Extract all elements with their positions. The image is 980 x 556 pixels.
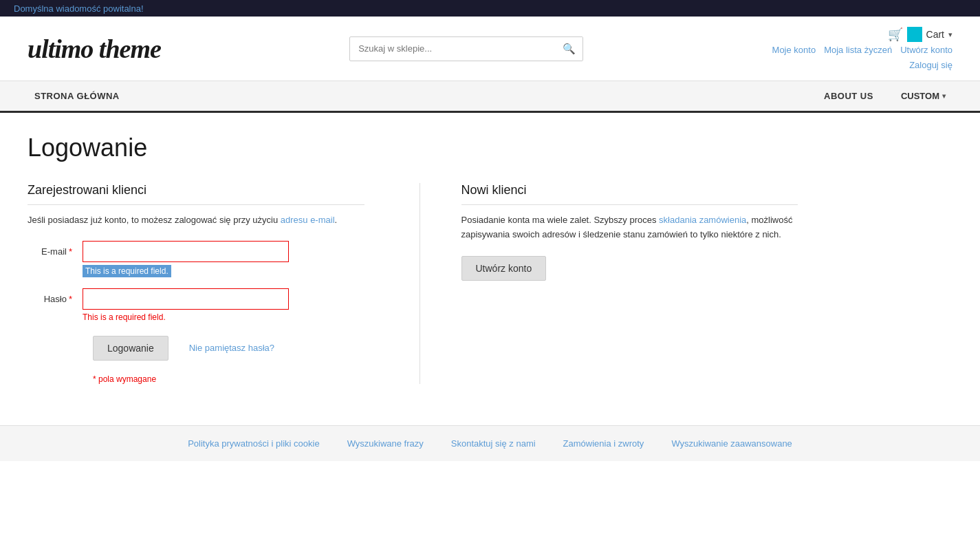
custom-chevron-icon: ▾ (942, 92, 946, 100)
cart-chevron-icon[interactable]: ▾ (948, 30, 952, 39)
nav-custom-label: CUSTOM (901, 91, 939, 101)
search-button[interactable]: 🔍 (556, 37, 582, 61)
new-client-desc-start: Posiadanie konta ma wiele zalet. Szybszy… (461, 215, 660, 225)
header-right: 🛒 Cart ▾ Moje konto Moja lista życzeń Ut… (772, 27, 952, 70)
footer-link-orders[interactable]: Zamówienia i zwroty (563, 438, 644, 449)
top-links: Moje konto Moja lista życzeń Utwórz kont… (772, 45, 952, 55)
cart-area: 🛒 Cart ▾ (772, 27, 952, 42)
header: ultimo theme 🔍 🛒 Cart ▾ Moje konto Moja … (0, 17, 980, 81)
email-required-marker: * (69, 246, 72, 257)
top-bar: Domyślna wiadomość powitalna! (0, 0, 980, 17)
password-required-marker: * (69, 294, 72, 304)
new-clients-section: Nowi klienci Posiadanie konta ma wiele z… (420, 183, 798, 384)
cart-icon: 🛒 (888, 27, 903, 42)
required-note: * pola wymagane (93, 374, 364, 384)
main-content: Logowanie Zarejestrowani klienci Jeśli p… (0, 113, 825, 425)
nav-custom-dropdown[interactable]: CUSTOM ▾ (894, 81, 952, 111)
navbar-left: STRONA GŁÓWNA (28, 81, 127, 111)
my-wishlist-link[interactable]: Moja lista życzeń (824, 45, 892, 55)
cart-badge (907, 27, 922, 42)
email-label-container: E-mail* (28, 241, 83, 257)
email-field-container: This is a required field. (83, 241, 364, 277)
footer-link-contact[interactable]: Skontaktuj się z nami (451, 438, 536, 449)
welcome-message[interactable]: Domyślna wiadomość powitalna! (14, 3, 144, 14)
email-label: E-mail (41, 246, 67, 257)
footer-link-privacy[interactable]: Polityka prywatności i pliki cookie (188, 438, 319, 449)
create-account-link[interactable]: Utwórz konto (900, 45, 952, 55)
footer-link-advanced-search[interactable]: Wyszukiwanie zaawansowane (671, 438, 792, 449)
order-link[interactable]: składania zamówienia (659, 215, 746, 225)
form-actions: Logowanie Nie pamiętasz hasła? (93, 336, 364, 361)
new-clients-title: Nowi klienci (461, 183, 798, 205)
email-link[interactable]: adresu e-mail (281, 215, 335, 225)
password-field-container: This is a required field. (83, 288, 364, 322)
new-client-description: Posiadanie konta ma wiele zalet. Szybszy… (461, 213, 798, 242)
search-input[interactable] (350, 38, 556, 59)
footer-link-phrases[interactable]: Wyszukiwane frazy (347, 438, 424, 449)
password-label: Hasło (44, 294, 67, 304)
registered-section-title: Zarejestrowani klienci (28, 183, 364, 205)
navbar-right: ABOUT US CUSTOM ▾ (817, 81, 952, 111)
footer: Polityka prywatności i pliki cookie Wysz… (0, 425, 980, 461)
email-row: E-mail* This is a required field. (28, 241, 364, 277)
desc-text-start: Jeśli posiadasz już konto, to możesz zal… (28, 215, 281, 225)
forgot-password-link[interactable]: Nie pamiętasz hasła? (189, 343, 274, 353)
password-input[interactable] (83, 288, 289, 310)
email-input[interactable] (83, 241, 289, 262)
password-error: This is a required field. (83, 312, 364, 322)
search-bar: 🔍 (349, 36, 583, 61)
nav-home[interactable]: STRONA GŁÓWNA (28, 81, 127, 111)
registered-section: Zarejestrowani klienci Jeśli posiadasz j… (28, 183, 364, 384)
registered-description: Jeśli posiadasz już konto, to możesz zal… (28, 213, 364, 227)
email-error: This is a required field. (83, 265, 171, 277)
logo[interactable]: ultimo theme (28, 34, 161, 64)
create-account-button[interactable]: Utwórz konto (461, 256, 547, 281)
login-link[interactable]: Zaloguj się (909, 60, 952, 70)
navbar: STRONA GŁÓWNA ABOUT US CUSTOM ▾ (0, 81, 980, 113)
page-title: Logowanie (28, 133, 798, 162)
cart-label[interactable]: Cart (926, 29, 944, 40)
login-area: Zaloguj się (772, 59, 952, 70)
desc-text-end: . (335, 215, 338, 225)
password-row: Hasło* This is a required field. (28, 288, 364, 322)
logo-text: ultimo theme (28, 34, 161, 63)
login-sections: Zarejestrowani klienci Jeśli posiadasz j… (28, 183, 798, 384)
login-button[interactable]: Logowanie (93, 336, 168, 361)
password-label-container: Hasło* (28, 288, 83, 304)
my-account-link[interactable]: Moje konto (772, 45, 816, 55)
nav-about-us[interactable]: ABOUT US (817, 81, 880, 111)
